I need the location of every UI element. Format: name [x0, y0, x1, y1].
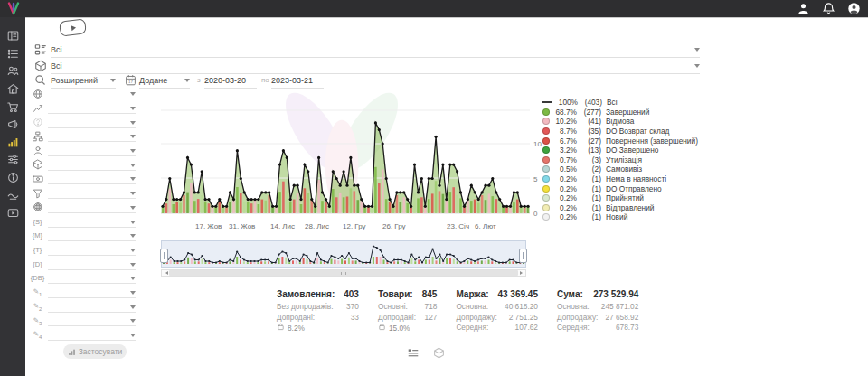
legend-percent: 0.2%	[553, 184, 577, 193]
legend-count: (13)	[577, 146, 601, 155]
legend-label: DO Завершено	[606, 146, 658, 155]
filter-select-11[interactable]	[48, 244, 136, 256]
sidebar-item-marketing[interactable]	[0, 116, 25, 134]
filter-select-12[interactable]	[48, 258, 136, 270]
list-view-icon[interactable]	[407, 346, 420, 358]
filter-select-0[interactable]	[48, 88, 136, 99]
filter-select-17[interactable]	[48, 329, 136, 341]
notifications-bell-icon[interactable]	[822, 2, 835, 15]
date-field-select[interactable]: Додане	[139, 72, 190, 89]
x-tick-label: 17. Жов	[195, 222, 222, 230]
chart-scrollbar[interactable]	[161, 269, 526, 277]
legend-item-0[interactable]: 100% (403) Всі	[542, 98, 698, 108]
filter-select-2[interactable]	[48, 117, 136, 128]
package-icon	[34, 60, 47, 72]
scrollbar-thumb[interactable]	[169, 270, 518, 276]
filter-select-9[interactable]	[48, 216, 136, 228]
stat-value: 845	[422, 289, 438, 299]
brand-logo-icon[interactable]	[6, 2, 21, 15]
filter-row-11: {T}	[31, 243, 136, 258]
x-tick-label: 28. Лис	[305, 222, 329, 230]
text-icon: {M}	[31, 230, 44, 241]
sidebar-item-video-tutorials[interactable]	[0, 204, 25, 222]
chevron-down-icon	[130, 92, 136, 99]
filter-select-5[interactable]	[48, 159, 136, 171]
filter-row-17: ✎4	[31, 328, 136, 343]
search-icon[interactable]	[34, 73, 47, 86]
filter-select-4[interactable]	[48, 145, 136, 156]
legend-item-7[interactable]: 0.5% (2) Самовивіз	[542, 164, 698, 174]
custom-edit-icon: ✎2	[33, 302, 42, 312]
globe-grid-icon	[31, 202, 44, 213]
legend-percent: 10.2%	[553, 117, 577, 126]
stat-sub-value: 40 618.20	[505, 302, 538, 313]
y-tick-label: 0	[533, 210, 537, 218]
filter-row-3	[31, 129, 136, 144]
sidebar-item-statistics[interactable]	[0, 134, 25, 152]
filter-select-10[interactable]	[48, 230, 136, 241]
legend-item-2[interactable]: 10.2% (41) Відмова	[542, 117, 698, 127]
sidebar-item-customers[interactable]	[0, 62, 25, 80]
legend-item-1[interactable]: 68.7% (277) Завершений	[542, 108, 698, 118]
filter-select-16[interactable]	[48, 315, 136, 326]
stat-sub-label: Без допродажів:	[277, 302, 334, 313]
navigator-left-handle[interactable]	[160, 249, 168, 263]
sidebar-item-cart[interactable]	[0, 98, 25, 116]
sidebar-item-dashboard[interactable]	[0, 27, 25, 45]
legend-dot-swatch	[542, 118, 550, 125]
sidebar-item-warehouse[interactable]	[0, 80, 25, 99]
sidebar-item-partners[interactable]	[0, 186, 25, 204]
filter-select-15[interactable]	[48, 301, 136, 313]
stat-column-0: Замовлення:403Без допродажів:370Допродан…	[277, 289, 359, 334]
custom-field-icon: {DB}	[31, 274, 44, 282]
navigator-right-handle[interactable]	[519, 249, 527, 263]
date-from-input[interactable]: 2020-03-20	[204, 72, 257, 89]
legend-item-10[interactable]: 0.2% (1) Прийнятий	[542, 193, 698, 203]
text-icon: {DB}	[31, 272, 44, 284]
sidebar-item-settings-sliders[interactable]	[0, 151, 25, 169]
legend-dot-swatch	[542, 175, 550, 183]
legend-item-9[interactable]: 0.2% (1) DO Отправлено	[542, 183, 698, 193]
stat-value: 403	[344, 289, 359, 299]
legend-item-11[interactable]: 0.2% (1) Відправлений	[542, 203, 698, 213]
chart-navigator[interactable]	[161, 240, 526, 268]
notification-badge	[832, 1, 837, 6]
package-view-icon[interactable]	[433, 346, 446, 358]
scroll-left-arrow-icon[interactable]	[162, 270, 169, 276]
legend-dot-swatch	[542, 194, 550, 202]
chevron-down-icon	[130, 277, 136, 283]
apply-button[interactable]: Застосувати	[63, 344, 127, 359]
category-filter-select[interactable]: Всі	[51, 42, 700, 58]
legend-label: Самовивіз	[606, 164, 642, 174]
legend-item-12[interactable]: 0.2% (1) Новий	[542, 212, 698, 222]
legend-item-4[interactable]: 6.7% (27) Повернення (завершений)	[542, 136, 698, 146]
legend-item-6[interactable]: 0.7% (3) Утилізація	[542, 155, 698, 165]
stat-sub-label: Середня:	[456, 323, 488, 334]
filter-row-15: ✎2	[31, 299, 136, 314]
filter-select-6[interactable]	[48, 173, 136, 184]
sidebar-item-orders-list[interactable]	[0, 45, 25, 63]
filter-select-13[interactable]	[48, 272, 136, 284]
profile-icon[interactable]	[797, 2, 810, 15]
custom-edit-icon: ✎3	[33, 316, 42, 326]
sidebar-item-info[interactable]	[0, 169, 25, 187]
scroll-right-arrow-icon[interactable]	[518, 270, 525, 276]
legend-item-5[interactable]: 3.2% (13) DO Завершено	[542, 146, 698, 155]
chart-legend: 100% (403) Всі 68.7% (277) Завершений 10…	[542, 98, 698, 222]
text-icon: {D}	[31, 258, 44, 270]
trend-icon	[31, 102, 44, 114]
account-avatar-icon[interactable]	[847, 2, 861, 15]
stat-sub-value: 678.73	[616, 323, 638, 334]
filter-select-3[interactable]	[48, 130, 136, 142]
stat-sub-value: 718	[425, 302, 438, 313]
filter-select-1[interactable]	[48, 102, 136, 114]
chevron-down-icon	[130, 319, 136, 325]
legend-item-3[interactable]: 8.7% (35) DO Возврат склад	[542, 127, 698, 136]
filter-select-14[interactable]	[48, 287, 136, 298]
filter-select-7[interactable]	[48, 187, 136, 199]
video-help-bubble-icon[interactable]	[59, 18, 87, 36]
stat-column-1: Товари:845Основні:718Допродані:12715.0%	[378, 289, 437, 334]
legend-item-8[interactable]: 0.2% (1) Нема в наявності	[542, 174, 698, 184]
legend-dot-swatch	[542, 204, 550, 212]
filter-select-8[interactable]	[48, 202, 136, 213]
